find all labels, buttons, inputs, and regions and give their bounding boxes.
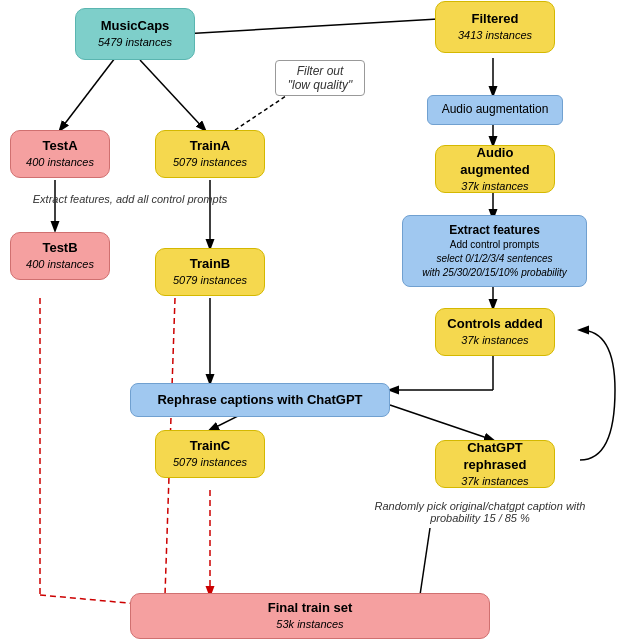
controls-added-node: Controls added 37k instances — [435, 308, 555, 356]
audio-augmentation-node: Audio augmentation — [427, 95, 563, 125]
final-train-sub: 53k instances — [276, 617, 343, 631]
rephrase-node: Rephrase captions with ChatGPT — [130, 383, 390, 417]
testA-sub: 400 instances — [26, 155, 94, 169]
filtered-title: Filtered — [472, 11, 519, 28]
trainC-sub: 5079 instances — [173, 455, 247, 469]
svg-line-20 — [420, 528, 430, 595]
svg-line-0 — [60, 58, 115, 130]
testB-sub: 400 instances — [26, 257, 94, 271]
extract-features-add-sub2: select 0/1/2/3/4 sentences — [436, 252, 552, 266]
trainA-title: TrainA — [190, 138, 230, 155]
trainA-node: TrainA 5079 instances — [155, 130, 265, 178]
musiccaps-title: MusicCaps — [101, 18, 170, 35]
trainC-title: TrainC — [190, 438, 230, 455]
svg-line-1 — [140, 60, 205, 130]
chatgpt-rephrased-title: ChatGPT rephrased — [446, 440, 544, 474]
audio-augmentation-label: Audio augmentation — [442, 102, 549, 118]
audio-augmented-node: Audio augmented 37k instances — [435, 145, 555, 193]
chatgpt-rephrased-node: ChatGPT rephrased 37k instances — [435, 440, 555, 488]
extract-features-add-label: Extract features — [449, 222, 540, 239]
musiccaps-sub: 5479 instances — [98, 35, 172, 49]
controls-added-title: Controls added — [447, 316, 542, 333]
filtered-sub: 3413 instances — [458, 28, 532, 42]
trainA-sub: 5079 instances — [173, 155, 247, 169]
audio-augmented-title: Audio augmented — [446, 145, 544, 179]
svg-line-2 — [165, 18, 455, 35]
randomly-pick-label: Randomly pick original/chatgpt caption w… — [370, 500, 590, 524]
testA-node: TestA 400 instances — [10, 130, 110, 178]
trainB-sub: 5079 instances — [173, 273, 247, 287]
musiccaps-node: MusicCaps 5479 instances — [75, 8, 195, 60]
svg-line-14 — [390, 405, 493, 440]
trainB-node: TrainB 5079 instances — [155, 248, 265, 296]
trainC-node: TrainC 5079 instances — [155, 430, 265, 478]
testA-title: TestA — [42, 138, 77, 155]
final-train-title: Final train set — [268, 600, 353, 617]
testB-title: TestB — [42, 240, 77, 257]
filter-out-label: Filter out"low quality" — [275, 60, 365, 96]
extract-features-label: Extract features, add all control prompt… — [10, 193, 250, 205]
filtered-node: Filtered 3413 instances — [435, 1, 555, 53]
testB-node: TestB 400 instances — [10, 232, 110, 280]
trainB-title: TrainB — [190, 256, 230, 273]
extract-features-add-sub3: with 25/30/20/15/10% probability — [422, 266, 567, 280]
controls-added-sub: 37k instances — [461, 333, 528, 347]
audio-augmented-sub: 37k instances — [461, 179, 528, 193]
extract-features-add-sub1: Add control prompts — [450, 238, 540, 252]
final-train-node: Final train set 53k instances — [130, 593, 490, 639]
diagram: MusicCaps 5479 instances Filtered 3413 i… — [0, 0, 630, 642]
extract-features-add-node: Extract features Add control prompts sel… — [402, 215, 587, 287]
rephrase-title: Rephrase captions with ChatGPT — [157, 392, 362, 409]
chatgpt-rephrased-sub: 37k instances — [461, 474, 528, 488]
